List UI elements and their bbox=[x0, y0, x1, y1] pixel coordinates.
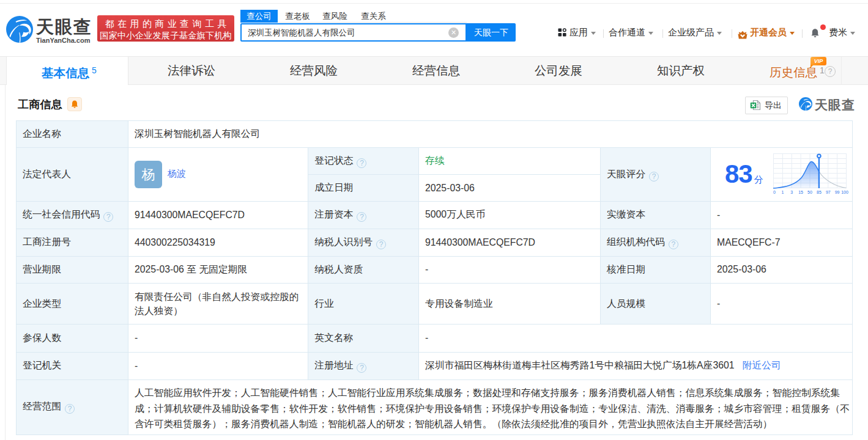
svg-text:97: 97 bbox=[826, 190, 831, 194]
svg-text:50: 50 bbox=[807, 190, 812, 194]
svg-text:15: 15 bbox=[798, 190, 803, 194]
svg-text:100: 100 bbox=[841, 190, 848, 194]
svg-text:3: 3 bbox=[790, 190, 793, 194]
svg-text:85: 85 bbox=[817, 190, 822, 194]
svg-text:0: 0 bbox=[773, 190, 776, 194]
svg-text:1: 1 bbox=[781, 190, 784, 194]
svg-text:99: 99 bbox=[835, 190, 840, 194]
